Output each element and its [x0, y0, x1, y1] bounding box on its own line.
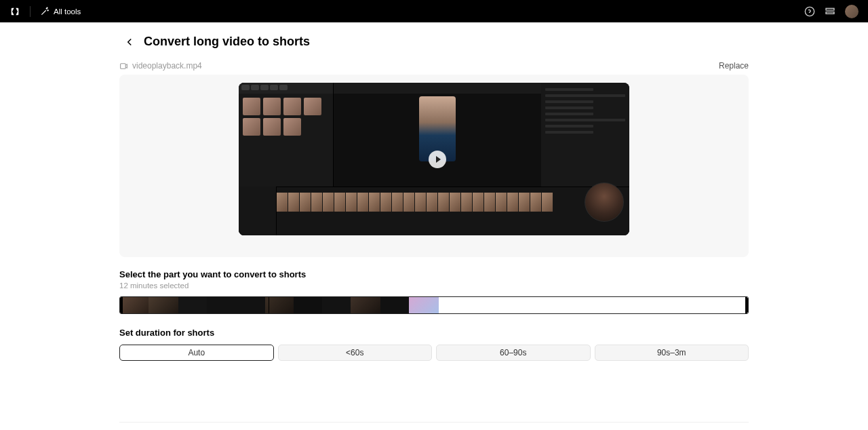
preview-timeline: [239, 187, 629, 235]
preview-media-tabs: [239, 83, 333, 94]
content: Convert long video to shorts videoplayba…: [119, 22, 749, 430]
svg-point-0: [805, 7, 814, 16]
all-tools-label: All tools: [54, 7, 81, 16]
duration-option-90s-3m[interactable]: 90s–3m: [595, 345, 749, 361]
filename: videoplayback.mp4: [132, 61, 202, 71]
page-title: Convert long video to shorts: [144, 35, 310, 49]
svg-rect-2: [826, 12, 834, 14]
main-area: Convert long video to shorts videoplayba…: [0, 22, 868, 430]
selection-handle-right[interactable]: [745, 297, 748, 313]
file-row: videoplayback.mp4 Replace: [119, 61, 749, 71]
video-file-icon: [119, 62, 128, 71]
play-icon: [436, 156, 441, 163]
selection-timeline[interactable]: [119, 296, 749, 314]
selection-handle-left[interactable]: [120, 297, 123, 313]
duration-label: Set duration for shorts: [119, 328, 749, 338]
replace-button[interactable]: Replace: [719, 61, 749, 71]
duration-option-60-90s[interactable]: 60–90s: [436, 345, 591, 361]
help-icon[interactable]: [804, 6, 815, 17]
duration-option-auto[interactable]: Auto: [119, 345, 274, 361]
preview-wrap: [119, 75, 749, 257]
user-avatar[interactable]: [845, 5, 859, 18]
top-bar: All tools: [0, 0, 868, 22]
all-tools-button[interactable]: All tools: [40, 7, 81, 16]
play-button[interactable]: [429, 151, 446, 168]
app-logo-icon[interactable]: [9, 6, 20, 17]
select-section-label: Select the part you want to convert to s…: [119, 269, 749, 279]
wand-icon: [40, 7, 50, 16]
topbar-divider: [30, 6, 31, 17]
topbar-left: All tools: [9, 6, 81, 17]
tasks-icon[interactable]: [825, 6, 835, 17]
duration-option-60s[interactable]: <60s: [278, 345, 433, 361]
preview-thumbnails: [239, 94, 333, 140]
select-section-sub: 12 minutes selected: [119, 281, 749, 290]
topbar-right: [804, 5, 859, 18]
playhead[interactable]: [266, 296, 271, 314]
page-header: Convert long video to shorts: [119, 35, 749, 49]
video-preview[interactable]: [239, 83, 629, 235]
svg-rect-3: [121, 63, 126, 69]
file-left: videoplayback.mp4: [119, 61, 202, 71]
footer: Time needed 12m Time left 56m Convert: [119, 422, 749, 430]
svg-rect-1: [826, 8, 834, 10]
back-button[interactable]: [123, 36, 136, 48]
preview-pip-avatar: [585, 182, 624, 222]
duration-options: Auto <60s 60–90s 90s–3m: [119, 345, 749, 361]
